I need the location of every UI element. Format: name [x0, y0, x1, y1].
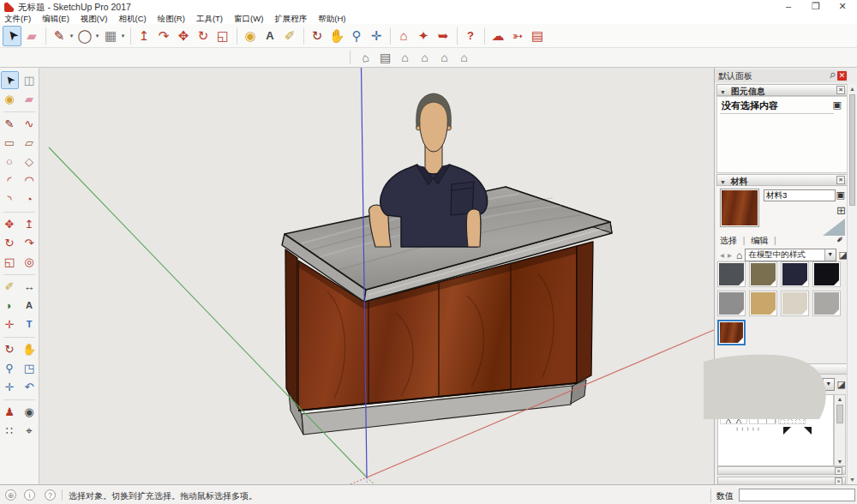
left-tool-walk[interactable]: ∷	[1, 422, 19, 440]
scroll-up-icon[interactable]: ▲	[835, 396, 845, 402]
shapes-tool-dropdown-caret[interactable]: ▾	[94, 33, 100, 39]
3d-warehouse-icon[interactable]: ⌂	[394, 26, 413, 46]
material-swatch-olive[interactable]	[749, 261, 777, 287]
collapsed-panel-bar[interactable]: ×	[717, 466, 846, 475]
tray-close-icon[interactable]: ✕	[837, 71, 847, 81]
tab-select[interactable]: 选择	[720, 236, 737, 245]
materials-header[interactable]: ▼ 材料 ×	[716, 174, 848, 186]
help-pin-icon[interactable]: ?	[461, 26, 480, 46]
scale-tool[interactable]: ◱	[213, 26, 232, 46]
forward-arrow-icon[interactable]: ▸	[726, 380, 730, 389]
entity-info-header[interactable]: ▼ 图元信息 ×	[716, 84, 848, 96]
back-arrow-icon[interactable]: ◂	[718, 380, 722, 389]
menu-item-1[interactable]: 编辑(E)	[42, 14, 69, 25]
left-tool-position-camera[interactable]: ♟	[1, 403, 19, 421]
pin-icon[interactable]: ⚲	[828, 70, 837, 81]
geolocation-icon[interactable]: ⊕	[5, 489, 16, 501]
top-view-button[interactable]: ▤	[375, 49, 395, 66]
left-tool-axes[interactable]: ✛	[1, 315, 19, 333]
sample-paint-icon[interactable]	[823, 219, 845, 236]
pan-tool[interactable]: ✋	[327, 26, 346, 46]
material-swatch-dark-navy[interactable]	[781, 261, 809, 287]
menu-item-5[interactable]: 工具(T)	[196, 14, 223, 25]
left-tool-text[interactable]: A	[21, 297, 39, 315]
tab-edit[interactable]: 编辑	[751, 236, 768, 245]
paint-bucket-tool[interactable]: ◉	[241, 26, 260, 46]
rotate-tool[interactable]: ↻	[194, 26, 213, 46]
line-tool[interactable]: ✎	[50, 26, 69, 46]
front-view-button[interactable]: ⌂	[395, 49, 415, 66]
tray-title-bar[interactable]: 默认面板 ⚲ ✕	[715, 69, 848, 82]
pattern-thumb-cobblestone[interactable]	[778, 397, 806, 424]
left-tool-previous-view[interactable]: ↶	[21, 378, 39, 396]
dropdown-arrow-icon[interactable]: ▼	[824, 249, 836, 261]
create-material-icon[interactable]: ⊞	[836, 204, 846, 217]
left-tool-scale[interactable]: ◱	[1, 253, 19, 271]
left-tool-3d-text[interactable]: T	[21, 315, 39, 333]
material-swatch-beige-stone[interactable]	[781, 291, 809, 316]
zoom-extents-tool[interactable]: ✛	[367, 26, 386, 46]
left-tool-freehand[interactable]: ∿	[21, 115, 39, 133]
material-swatch-tan[interactable]	[749, 291, 777, 316]
select-tool[interactable]: ➤	[3, 26, 21, 46]
trimble-connect-icon[interactable]: ☁	[488, 26, 507, 46]
left-tool-arc[interactable]: ◠	[21, 171, 39, 189]
left-tool-make-component[interactable]: ◫	[21, 71, 39, 89]
materials-close-icon[interactable]: ×	[836, 176, 845, 184]
orbit-tool[interactable]: ↻	[308, 26, 327, 46]
measurement-input[interactable]	[739, 489, 855, 501]
material-swatch-dark-slate[interactable]	[717, 261, 746, 287]
pattern-list[interactable]: ╵╵╵╵╵	[717, 394, 834, 466]
left-tool-tape-measure[interactable]: ✐	[1, 278, 19, 296]
scroll-thumb[interactable]	[849, 94, 855, 206]
zoom-tool[interactable]: ⚲	[347, 26, 366, 46]
iso-view-button[interactable]: ⌂	[356, 49, 375, 66]
menu-item-3[interactable]: 相机(C)	[118, 14, 146, 25]
maximize-button[interactable]: ❐	[803, 0, 829, 13]
left-tool-section-plane[interactable]: ⌖	[21, 422, 39, 440]
left-tool-circle[interactable]: ○	[1, 153, 19, 171]
left-tool-push-pull[interactable]: ↥	[21, 215, 39, 233]
tray-scrollbar[interactable]: ▲ ▼	[847, 84, 857, 484]
line-tool-dropdown-caret[interactable]: ▾	[69, 33, 75, 39]
pattern-scrollbar[interactable]: ▲ ▼	[834, 394, 846, 466]
entity-info-close-icon[interactable]: ×	[836, 86, 845, 94]
share-model-icon[interactable]: ➥	[434, 26, 452, 46]
collection-dropdown[interactable]: 在模型中的样式 ▼	[745, 249, 836, 261]
styles-select-header[interactable]: 选择	[716, 363, 848, 375]
help-icon[interactable]: ?	[45, 489, 56, 501]
menu-item-7[interactable]: 扩展程序	[274, 14, 307, 25]
left-tool-zoom-window[interactable]: ◳	[21, 359, 39, 377]
left-tool-select[interactable]: ➤	[1, 71, 19, 89]
left-tool-look-around[interactable]: ◉	[21, 403, 39, 421]
eraser-tool[interactable]: ▰	[22, 26, 41, 46]
extension-warehouse-icon[interactable]: ✦	[414, 26, 433, 46]
left-tool-line[interactable]: ✎	[1, 115, 19, 133]
generate-report-icon[interactable]: ▤	[528, 26, 547, 46]
left-view-button[interactable]: ⌂	[454, 49, 474, 66]
menu-item-8[interactable]: 帮助(H)	[318, 14, 345, 25]
back-view-button[interactable]: ⌂	[434, 49, 454, 66]
material-swatch-gray-wood[interactable]	[812, 291, 841, 316]
scroll-down-icon[interactable]: ▼	[835, 459, 845, 465]
panel-close-icon[interactable]: ×	[835, 467, 842, 475]
secondary-pane-icon[interactable]: ▣	[836, 189, 845, 201]
move-tool[interactable]: ✥	[174, 26, 193, 46]
right-view-button[interactable]: ⌂	[415, 49, 434, 66]
left-tool-pan[interactable]: ✋	[21, 340, 39, 358]
left-tool-arc-3pt[interactable]: ◝	[1, 190, 19, 208]
material-name-input[interactable]	[764, 189, 836, 201]
left-tool-follow-me[interactable]: ↷	[21, 234, 39, 252]
left-tool-paint-bucket[interactable]: ◉	[1, 90, 19, 108]
minimize-button[interactable]: –	[776, 0, 801, 13]
left-tool-offset[interactable]: ◎	[21, 253, 39, 271]
left-tool-orbit[interactable]: ↻	[1, 340, 19, 358]
menu-item-2[interactable]: 视图(V)	[81, 14, 108, 25]
scroll-up-icon[interactable]: ▲	[848, 86, 857, 92]
material-swatch-black[interactable]	[812, 261, 841, 287]
push-pull-tool[interactable]: ↥	[135, 26, 153, 46]
toggle-pane-icon[interactable]: ▣	[833, 99, 842, 111]
patterns-dropdown[interactable]: 图案 ▼	[743, 378, 834, 391]
collapse-triangle-icon[interactable]: ▼	[720, 89, 726, 95]
left-tool-dimension[interactable]: ↔	[21, 278, 39, 296]
